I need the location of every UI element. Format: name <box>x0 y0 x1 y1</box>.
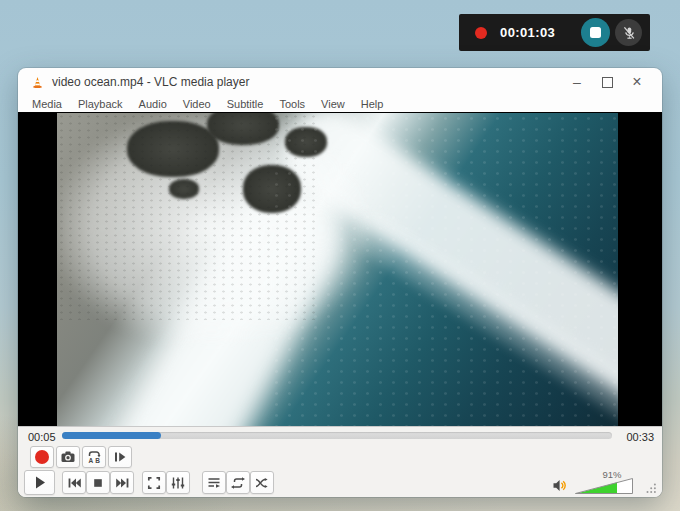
maximize-button[interactable] <box>592 69 622 95</box>
resize-grip[interactable] <box>645 482 657 494</box>
stop-icon <box>590 27 601 38</box>
vlc-window: video ocean.mp4 - VLC media player – × M… <box>18 68 662 497</box>
maximize-icon <box>602 77 613 88</box>
sea-foam-texture <box>270 113 618 426</box>
recording-timer: 00:01:03 <box>500 25 555 40</box>
menu-tools[interactable]: Tools <box>271 98 313 110</box>
desktop: 00:01:03 vi <box>0 0 680 511</box>
screen-recorder-widget: 00:01:03 <box>459 14 650 51</box>
skip-back-icon <box>66 475 83 491</box>
skip-forward-icon <box>114 475 131 491</box>
seek-bar[interactable] <box>62 432 612 439</box>
volume-control: 91% <box>552 469 656 496</box>
snapshot-button[interactable] <box>56 446 80 468</box>
video-frame-ocean <box>57 113 618 426</box>
elapsed-time: 00:05 <box>28 431 56 443</box>
stop-button[interactable] <box>86 471 110 494</box>
microphone-off-icon <box>621 25 637 41</box>
svg-text:B: B <box>95 457 100 464</box>
menu-subtitle[interactable]: Subtitle <box>219 98 272 110</box>
fullscreen-button[interactable] <box>142 471 166 494</box>
record-icon <box>35 450 49 464</box>
menu-media[interactable]: Media <box>24 98 70 110</box>
playlist-button[interactable] <box>202 471 226 494</box>
stop-icon <box>90 475 106 491</box>
window-controls: – × <box>562 69 652 95</box>
ab-loop-icon: A B <box>86 449 102 465</box>
speaker-icon[interactable] <box>552 478 569 493</box>
microphone-mute-button[interactable] <box>615 19 642 46</box>
playlist-icon <box>206 475 222 491</box>
minimize-button[interactable]: – <box>562 69 592 95</box>
camera-icon <box>60 449 76 465</box>
loop-icon <box>230 475 246 491</box>
menu-audio[interactable]: Audio <box>131 98 175 110</box>
next-button[interactable] <box>110 471 134 494</box>
equalizer-button[interactable] <box>166 471 190 494</box>
shuffle-button[interactable] <box>250 471 274 494</box>
previous-button[interactable] <box>62 471 86 494</box>
recording-indicator-dot <box>475 27 487 39</box>
window-title: video ocean.mp4 - VLC media player <box>52 75 249 89</box>
frame-step-icon <box>112 449 128 465</box>
titlebar[interactable]: video ocean.mp4 - VLC media player – × <box>18 68 662 96</box>
menu-help[interactable]: Help <box>353 98 392 110</box>
volume-slider-outline <box>575 478 633 494</box>
svg-text:A: A <box>89 457 94 464</box>
vlc-cone-icon <box>30 75 45 90</box>
volume-slider[interactable] <box>575 478 633 494</box>
fullscreen-icon <box>146 475 162 491</box>
loop-button[interactable] <box>226 471 250 494</box>
equalizer-icon <box>170 475 186 491</box>
video-display[interactable] <box>18 112 662 426</box>
player-controls: 00:05 00:33 A <box>18 426 662 497</box>
menu-playback[interactable]: Playback <box>70 98 131 110</box>
play-icon <box>31 474 48 491</box>
ab-loop-button[interactable]: A B <box>82 446 106 468</box>
shuffle-icon <box>254 475 270 491</box>
menu-view[interactable]: View <box>313 98 353 110</box>
close-button[interactable]: × <box>622 69 652 95</box>
menubar: Media Playback Audio Video Subtitle Tool… <box>18 96 662 112</box>
stop-recording-button[interactable] <box>581 18 610 47</box>
seek-progress <box>62 432 161 439</box>
play-button[interactable] <box>24 470 55 495</box>
menu-video[interactable]: Video <box>175 98 219 110</box>
record-button[interactable] <box>30 446 54 468</box>
frame-step-button[interactable] <box>108 446 132 468</box>
total-time: 00:33 <box>626 431 654 443</box>
